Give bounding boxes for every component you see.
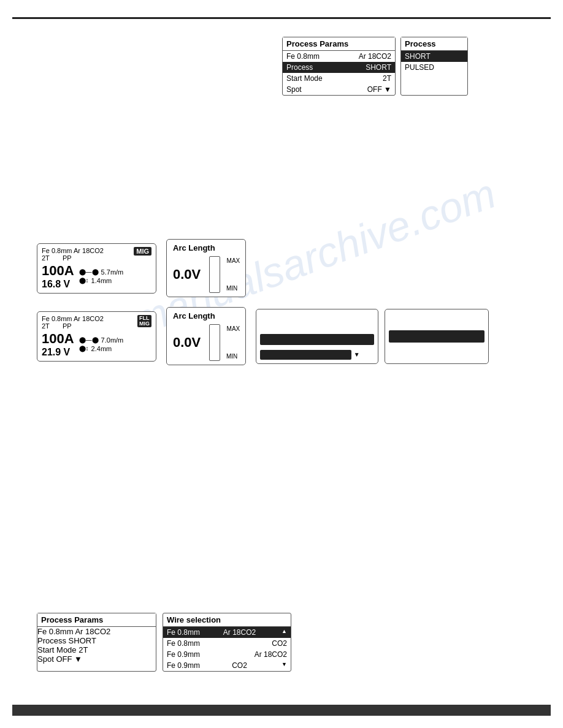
scroll-down-arrow[interactable]: ▼ — [282, 661, 287, 670]
wire-col2-1: Ar 18CO2 — [223, 628, 256, 637]
bottom-param-value-wire: Ar 18CO2 — [75, 627, 110, 636]
scale-min-1: MIN — [226, 285, 237, 292]
status-panel-1: ▼ — [256, 309, 378, 364]
al-content-1: 0.0V MAX MIN — [173, 256, 239, 293]
bottom-param-label-startmode: Start Mode — [37, 645, 77, 654]
wire-col2-2: CO2 — [272, 639, 287, 648]
process-params-header-top: Process Params — [283, 37, 395, 51]
wire-icon-1: ⬤—⬤ — [79, 268, 99, 275]
wire-col2-4: CO2 — [232, 661, 247, 670]
status-bar-bottom — [260, 350, 351, 360]
scale-max-2: MAX — [227, 325, 240, 332]
mig-card-1: Fe 0.8mm Ar 18CO2 MIG 2T PP 100A 16.8 V … — [37, 243, 156, 294]
param-value-spot: OFF ▼ — [367, 85, 391, 94]
wire-selection-header: Wire selection — [163, 613, 291, 627]
mig-card2-line2: 2T PP — [42, 322, 151, 330]
mig-card1-mm-row: ⬤↕ 1.4mm — [79, 277, 124, 284]
mig-card1-line1: Fe 0.8mm Ar 18CO2 — [42, 247, 104, 254]
plus-minus-icon-2: ⬤↕ — [79, 345, 89, 352]
mig-card1-readings: 100A 16.8 V ⬤—⬤ 5.7m/m ⬤↕ 1.4mm — [42, 263, 151, 290]
wire-row-2[interactable]: Fe 0.8mm CO2 — [163, 638, 291, 649]
mig-card1-right: ⬤—⬤ 5.7m/m ⬤↕ 1.4mm — [79, 268, 124, 284]
mig-card2-speed: 7.0m/m — [101, 336, 124, 344]
param-label-process: Process — [286, 63, 313, 72]
bottom-param-row-process: Process SHORT — [37, 636, 156, 645]
middle-section: Fe 0.8mm Ar 18CO2 MIG 2T PP 100A 16.8 V … — [37, 239, 489, 365]
process-dropdown-panel: Process SHORT PULSED — [400, 37, 468, 96]
scale-max-1: MAX — [227, 257, 240, 264]
status-bar-row: ▼ — [260, 350, 374, 360]
mig-card2-mm: 2.4mm — [91, 345, 112, 352]
wire-row-1[interactable]: Fe 0.8mm Ar 18CO2 ▲ — [163, 627, 291, 638]
process-params-panel-top: Process Params Fe 0.8mm Ar 18CO2 Process… — [282, 37, 396, 96]
param-row-wire: Fe 0.8mm Ar 18CO2 — [283, 51, 395, 62]
status-bar2 — [389, 330, 484, 343]
status-panel-2 — [385, 309, 489, 364]
wire-list: Fe 0.8mm Ar 18CO2 ▲ Fe 0.8mm CO2 Fe 0.9m… — [163, 627, 291, 671]
mig-card1-volt: 16.8 V — [42, 279, 74, 290]
wire-row-3[interactable]: Fe 0.9mm Ar 18CO2 — [163, 649, 291, 660]
bottom-param-value-process: SHORT — [69, 636, 96, 645]
mig-card2-right: ⬤—⬤ 7.0m/m ⬤↕ 2.4mm — [79, 336, 124, 352]
mig-card2-readings: 100A 21.9 V ⬤—⬤ 7.0m/m ⬤↕ 2.4mm — [42, 331, 151, 358]
wire-col2-3: Ar 18CO2 — [255, 650, 287, 659]
bottom-param-row-spot: Spot OFF ▼ — [37, 654, 156, 664]
bottom-param-row-startmode: Start Mode 2T — [37, 645, 156, 654]
wire-selection-panel: Wire selection Fe 0.8mm Ar 18CO2 ▲ Fe 0.… — [163, 613, 291, 672]
process-params-header-bottom: Process Params — [37, 613, 156, 627]
bottom-param-label-wire: Fe 0.8mm — [37, 627, 74, 636]
bottom-rule — [12, 705, 551, 716]
param-label-spot: Spot — [286, 85, 302, 94]
al-scale-2: MAX MIN — [209, 324, 220, 361]
param-value-wire: Ar 18CO2 — [359, 52, 391, 61]
mig-row-2: Fe 0.8mm Ar 18CO2 FLL MIG 2T PP 100A 21.… — [37, 307, 489, 365]
wire-col1-3: Fe 0.9mm — [167, 650, 200, 659]
process-item-pulsed[interactable]: PULSED — [401, 62, 467, 73]
top-section: Process Params Fe 0.8mm Ar 18CO2 Process… — [282, 37, 468, 96]
arc-length-panel-1: Arc Length 0.0V MAX MIN — [166, 239, 246, 297]
process-params-panel-bottom: Process Params Fe 0.8mm Ar 18CO2 Process… — [37, 613, 156, 672]
al-value-1: 0.0V — [173, 267, 201, 282]
param-row-spot: Spot OFF ▼ — [283, 84, 395, 95]
scroll-up-arrow[interactable]: ▲ — [282, 628, 287, 637]
al-content-2: 0.0V MAX MIN — [173, 324, 239, 361]
param-value-startmode: 2T — [383, 74, 391, 83]
scale-visual-2 — [209, 324, 220, 361]
process-item-short[interactable]: SHORT — [401, 51, 467, 62]
bottom-param-value-spot: OFF ▼ — [56, 654, 82, 664]
mig-card-2: Fe 0.8mm Ar 18CO2 FLL MIG 2T PP 100A 21.… — [37, 311, 156, 362]
arc-length-panel-2: Arc Length 0.0V MAX MIN — [166, 307, 246, 365]
al-value-2: 0.0V — [173, 335, 201, 351]
param-label-wire: Fe 0.8mm — [286, 52, 320, 61]
status-bar-top — [260, 334, 374, 345]
mig-card1-speed-row: ⬤—⬤ 5.7m/m — [79, 268, 124, 276]
mig-card1-speed: 5.7m/m — [101, 268, 124, 276]
wire-col1-4: Fe 0.9mm — [167, 661, 200, 670]
mig-card1-mm: 1.4mm — [91, 277, 112, 284]
param-row-process[interactable]: Process SHORT — [283, 62, 395, 73]
param-row-startmode: Start Mode 2T — [283, 73, 395, 84]
right-panels-row2: ▼ — [256, 309, 489, 364]
mig-card2-volt: 21.9 V — [42, 347, 74, 358]
param-label-startmode: Start Mode — [286, 74, 323, 83]
wire-row-4[interactable]: Fe 0.9mm CO2 ▼ — [163, 660, 291, 671]
al-header-2: Arc Length — [173, 311, 239, 320]
mig-card2-line1: Fe 0.8mm Ar 18CO2 — [42, 315, 104, 322]
status-chevron: ▼ — [354, 351, 360, 358]
mig-card2-mm-row: ⬤↕ 2.4mm — [79, 345, 124, 352]
al-scale-1: MAX MIN — [209, 256, 220, 293]
scale-visual-1 — [209, 256, 220, 293]
param-value-process: SHORT — [366, 63, 391, 72]
plus-minus-icon-1: ⬤↕ — [79, 277, 89, 284]
mig-badge-2: FLL MIG — [137, 315, 151, 327]
wire-col1-2: Fe 0.8mm — [167, 639, 200, 648]
wire-col1-1: Fe 0.8mm — [167, 628, 200, 637]
wire-icon-2: ⬤—⬤ — [79, 336, 99, 343]
mig-badge-1: MIG — [134, 247, 151, 256]
mig-row-1: Fe 0.8mm Ar 18CO2 MIG 2T PP 100A 16.8 V … — [37, 239, 489, 297]
mig-card1-ampere: 100A — [42, 263, 74, 279]
top-rule — [12, 17, 551, 19]
mig-card2-ampere: 100A — [42, 331, 74, 347]
bottom-param-label-process: Process — [37, 636, 66, 645]
bottom-param-value-startmode: 2T — [79, 645, 88, 654]
